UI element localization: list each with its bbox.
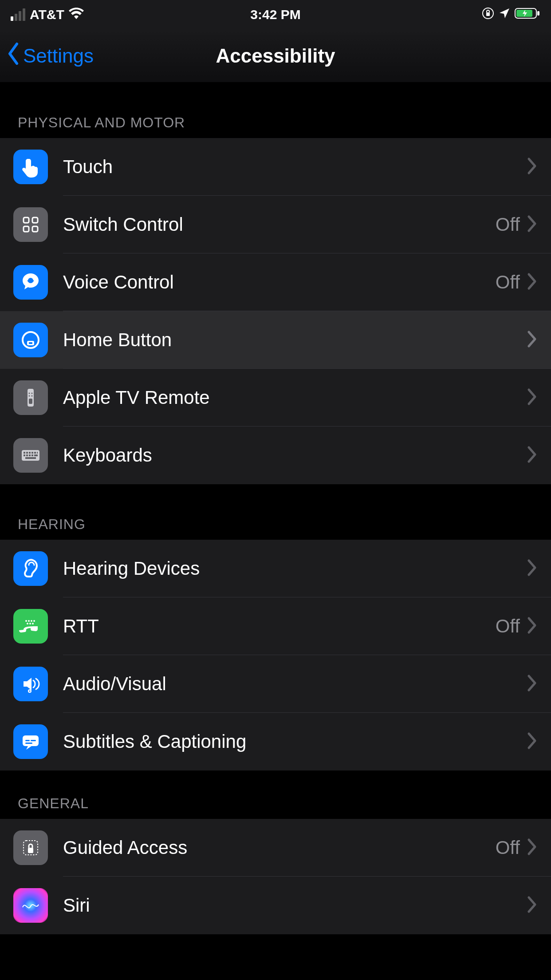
chevron-right-icon [527, 330, 538, 350]
svg-rect-23 [31, 452, 33, 454]
svg-rect-1 [486, 12, 490, 16]
keyboards-icon [13, 438, 48, 473]
row-keyboards[interactable]: Keyboards [0, 427, 551, 484]
svg-point-40 [29, 691, 31, 692]
chevron-left-icon [6, 42, 20, 70]
svg-rect-44 [25, 743, 32, 744]
orientation-lock-icon [482, 7, 494, 23]
row-subtitles[interactable]: Subtitles & Captioning [0, 713, 551, 771]
switch-control-icon [13, 207, 48, 242]
row-value: Off [496, 837, 520, 858]
back-button[interactable]: Settings [0, 42, 94, 70]
row-label: Apple TV Remote [63, 387, 527, 408]
svg-rect-21 [26, 452, 28, 454]
list-general: Guided Access Off Siri [0, 819, 551, 934]
svg-rect-22 [29, 452, 31, 454]
svg-rect-41 [23, 735, 39, 746]
svg-point-32 [25, 620, 27, 622]
svg-point-17 [31, 395, 33, 397]
svg-rect-24 [34, 452, 36, 454]
svg-rect-5 [24, 217, 29, 223]
list-physical: Touch Switch Control Off Voice Control O… [0, 138, 551, 484]
svg-rect-29 [31, 454, 33, 456]
chevron-right-icon [527, 674, 538, 694]
row-hearing-devices[interactable]: Hearing Devices [0, 540, 551, 597]
row-home-button[interactable]: Home Button [0, 311, 551, 369]
audio-visual-icon [13, 667, 48, 701]
svg-rect-46 [28, 848, 33, 853]
row-label: Audio/Visual [63, 673, 527, 695]
rtt-phone-icon [13, 609, 48, 644]
subtitles-icon [13, 724, 48, 759]
svg-point-35 [33, 620, 35, 622]
nav-bar: Settings Accessibility [0, 29, 551, 83]
ear-icon [13, 551, 48, 586]
row-label: Subtitles & Captioning [63, 731, 527, 752]
chevron-right-icon [527, 388, 538, 407]
row-label: Touch [63, 156, 527, 178]
svg-point-37 [29, 623, 31, 624]
section-header-physical: Physical and Motor [0, 83, 551, 138]
svg-point-16 [29, 395, 30, 397]
status-right [482, 7, 540, 23]
row-apple-tv-remote[interactable]: Apple TV Remote [0, 369, 551, 427]
row-label: Hearing Devices [63, 558, 527, 579]
svg-rect-43 [31, 740, 36, 741]
row-switch-control[interactable]: Switch Control Off [0, 196, 551, 253]
svg-point-33 [28, 620, 30, 622]
svg-point-15 [31, 393, 33, 394]
row-value: Off [496, 272, 520, 293]
chevron-right-icon [527, 215, 538, 234]
row-label: Keyboards [63, 445, 527, 466]
siri-icon [13, 888, 48, 923]
svg-rect-26 [24, 454, 25, 456]
chevron-right-icon [527, 838, 538, 858]
svg-rect-6 [32, 217, 38, 223]
row-label: RTT [63, 616, 496, 637]
svg-rect-8 [32, 226, 38, 232]
back-button-label: Settings [23, 45, 94, 67]
svg-point-34 [31, 620, 32, 622]
row-guided-access[interactable]: Guided Access Off [0, 819, 551, 877]
svg-rect-28 [29, 454, 31, 456]
guided-access-icon [13, 830, 48, 865]
row-label: Voice Control [63, 272, 496, 293]
list-hearing: Hearing Devices RTT Off Audio/Visual Sub… [0, 540, 551, 771]
apple-tv-remote-icon [13, 380, 48, 415]
row-label: Home Button [63, 329, 527, 351]
svg-rect-31 [25, 457, 36, 459]
svg-rect-30 [34, 454, 38, 456]
row-label: Siri [63, 895, 527, 916]
cellular-signal-icon [11, 8, 25, 21]
svg-rect-42 [25, 740, 30, 741]
carrier-label: AT&T [30, 7, 64, 22]
chevron-right-icon [527, 896, 538, 915]
svg-point-14 [29, 393, 30, 394]
row-touch[interactable]: Touch [0, 138, 551, 196]
row-value: Off [496, 616, 520, 637]
row-siri[interactable]: Siri [0, 877, 551, 934]
row-label: Guided Access [63, 837, 496, 858]
battery-charging-icon [515, 7, 540, 23]
svg-rect-4 [537, 11, 539, 16]
wifi-icon [69, 7, 84, 22]
voice-control-icon [13, 265, 48, 300]
chevron-right-icon [527, 559, 538, 578]
row-value: Off [496, 214, 520, 235]
svg-rect-20 [24, 452, 25, 454]
chevron-right-icon [527, 157, 538, 177]
chevron-right-icon [527, 616, 538, 636]
touch-icon [13, 150, 48, 184]
location-icon [499, 7, 510, 22]
row-rtt[interactable]: RTT Off [0, 597, 551, 655]
section-header-hearing: Hearing [0, 484, 551, 540]
svg-rect-7 [24, 226, 29, 232]
row-audio-visual[interactable]: Audio/Visual [0, 655, 551, 713]
chevron-right-icon [527, 732, 538, 751]
svg-rect-12 [29, 342, 32, 344]
svg-rect-25 [37, 452, 38, 454]
svg-point-10 [23, 332, 39, 348]
status-left: AT&T [11, 7, 84, 22]
chevron-right-icon [527, 446, 538, 465]
row-voice-control[interactable]: Voice Control Off [0, 253, 551, 311]
